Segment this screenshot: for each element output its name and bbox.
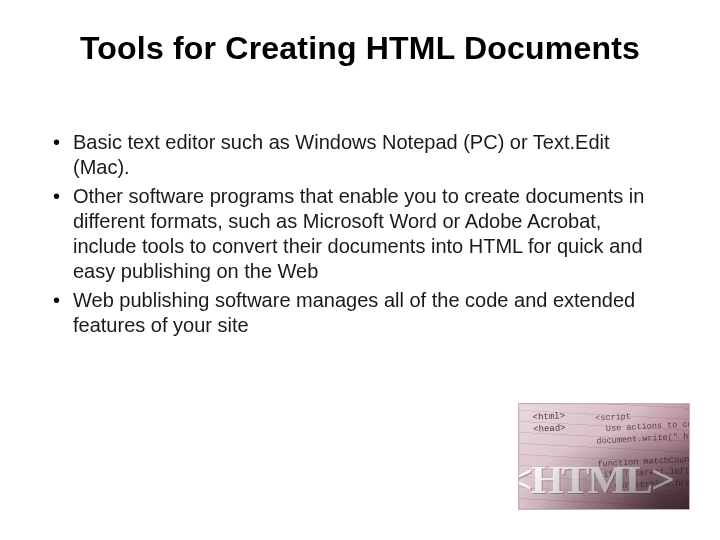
list-item: Other software programs that enable you … [45,184,660,284]
list-item: Basic text editor such as Windows Notepa… [45,130,660,180]
html-code-image: <html> <head> <script Use actions to con… [518,403,690,510]
slide: Tools for Creating HTML Documents Basic … [0,0,720,540]
slide-title: Tools for Creating HTML Documents [0,30,720,67]
list-item: Web publishing software manages all of t… [45,288,660,338]
bullet-list: Basic text editor such as Windows Notepa… [45,130,660,338]
decor-tags-text: <html> <head> [532,411,566,436]
slide-content: Basic text editor such as Windows Notepa… [45,130,660,342]
decor-big-html-text: <HTML> [518,456,673,503]
